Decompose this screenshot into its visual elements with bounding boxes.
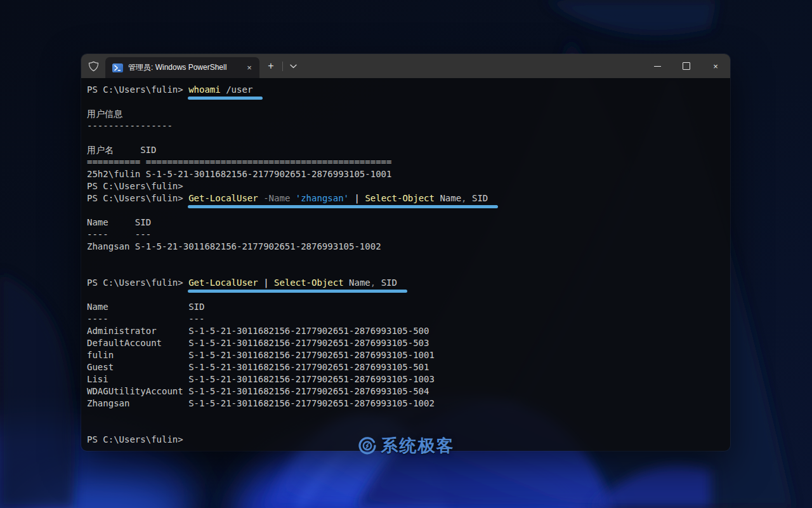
terminal-line: Lisi S-1-5-21-3011682156-2177902651-2876…: [87, 373, 725, 385]
terminal-line: ========== =============================…: [87, 156, 725, 168]
terminal-line: 25h2\fulin S-1-5-21-3011682156-217790265…: [87, 168, 725, 180]
minimize-button[interactable]: [643, 54, 672, 78]
terminal-line: ---- ---: [87, 229, 725, 241]
minimize-icon: [654, 66, 661, 67]
terminal-line: [87, 132, 725, 144]
terminal-line: 用户信息: [87, 108, 725, 120]
maximize-button[interactable]: [672, 54, 701, 78]
terminal-line: Guest S-1-5-21-3011682156-2177902651-287…: [87, 361, 725, 373]
terminal-line: PS C:\Users\fulin> Get-LocalUser -Name '…: [87, 192, 725, 204]
powershell-icon: [112, 64, 123, 72]
tab-close-button[interactable]: ×: [243, 62, 256, 74]
terminal-line: ---- ---: [87, 313, 725, 325]
terminal-line: [87, 265, 725, 277]
terminal-line: PS C:\Users\fulin> Get-LocalUser | Selec…: [87, 277, 725, 289]
terminal-line: [87, 410, 725, 422]
desktop: { "titlebar": { "tab_title": "管理员: Windo…: [0, 0, 812, 508]
tab-dropdown-button[interactable]: [283, 54, 303, 78]
terminal-line: Zhangsan S-1-5-21-3011682156-2177902651-…: [87, 398, 725, 410]
terminal-line: Name SID: [87, 217, 725, 229]
terminal-line: PS C:\Users\fulin>: [87, 180, 725, 192]
chevron-down-icon: [290, 64, 297, 69]
terminal-line: [87, 422, 725, 434]
terminal-line: fulin S-1-5-21-3011682156-2177902651-287…: [87, 349, 725, 361]
maximize-icon: [683, 62, 690, 70]
terminal-line: Administrator S-1-5-21-3011682156-217790…: [87, 325, 725, 337]
terminal-line: 用户名 SID: [87, 144, 725, 156]
terminal-window: 管理员: Windows PowerShell × + × PS C:\User…: [81, 54, 730, 451]
terminal-line: ----------------: [87, 120, 725, 132]
terminal-line: DefaultAccount S-1-5-21-3011682156-21779…: [87, 337, 725, 349]
tab-title: 管理员: Windows PowerShell: [128, 62, 238, 73]
terminal-line: WDAGUtilityAccount S-1-5-21-3011682156-2…: [87, 385, 725, 398]
terminal-line: [87, 253, 725, 265]
new-tab-button[interactable]: +: [259, 54, 282, 78]
close-button[interactable]: ×: [701, 54, 730, 78]
terminal-line: Zhangsan S-1-5-21-3011682156-2177902651-…: [87, 241, 725, 253]
terminal-output[interactable]: PS C:\Users\fulin> whoami /user 用户信息----…: [81, 78, 730, 451]
watermark: 系统极客: [0, 434, 812, 457]
window-controls: ×: [643, 54, 730, 78]
titlebar[interactable]: 管理员: Windows PowerShell × + ×: [81, 54, 730, 78]
tab-admin-powershell[interactable]: 管理员: Windows PowerShell ×: [105, 57, 259, 78]
watermark-text: 系统极客: [381, 434, 455, 457]
terminal-line: [87, 96, 725, 108]
admin-shield-icon: [81, 54, 105, 78]
sysgeek-logo-icon: [358, 436, 377, 455]
terminal-line: PS C:\Users\fulin> whoami /user: [87, 84, 725, 96]
close-icon: ×: [713, 62, 718, 70]
terminal-line: Name SID: [87, 301, 725, 313]
